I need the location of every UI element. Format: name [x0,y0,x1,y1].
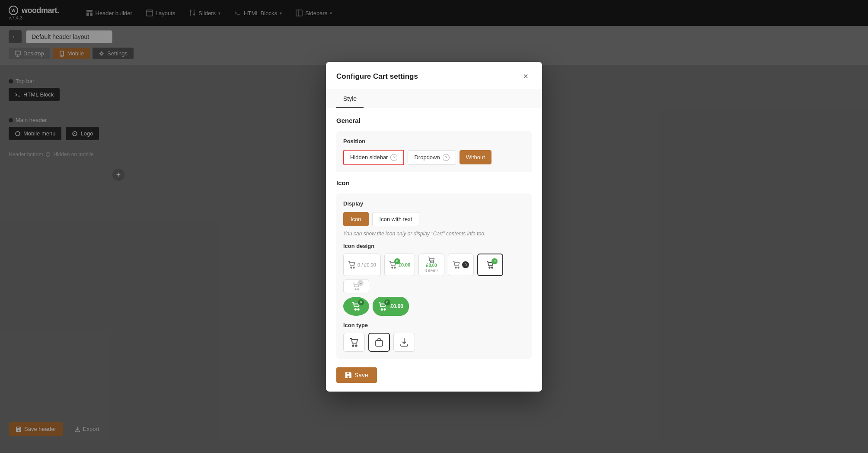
icon-type-cart-download[interactable] [393,333,415,352]
modal-tabs: Style [326,90,542,108]
hidden-sidebar-help-icon[interactable]: ? [390,154,397,161]
display-options: Icon Icon with text [343,212,525,226]
modal-overlay: Configure Cart settings × Style General … [0,0,868,453]
position-dropdown[interactable]: Dropdown ? [408,150,456,165]
cart-line-icon [428,257,435,263]
icon-design-opt-2[interactable]: 0 £0.00 [384,254,415,276]
modal-title: Configure Cart settings [336,72,418,81]
position-label: Position [343,138,525,145]
cart-bag-icon [374,337,384,347]
icon-design-row1: 0 / £0.00 0 £0.00 £0.00 0 item [343,254,525,293]
svg-point-39 [381,308,383,310]
svg-point-42 [355,345,357,347]
cart-download-icon [399,337,409,347]
selected-badge: 0 [491,258,498,264]
configure-cart-modal: Configure Cart settings × Style General … [326,62,542,392]
hidden-sidebar-label: Hidden sidebar [350,154,388,161]
icon-design-opt-7[interactable]: 0 [343,297,369,316]
cart-standard-icon [349,337,359,347]
cart-plain-icon [348,261,356,269]
svg-point-40 [384,308,385,310]
svg-point-33 [489,267,490,268]
modal-close-button[interactable]: × [520,71,532,83]
display-icon-btn[interactable]: Icon [343,212,369,226]
modal-header: Configure Cart settings × [326,62,542,90]
without-label: Without [466,154,485,161]
icon-design-opt-3[interactable]: £0.00 0 items [418,254,444,276]
dropdown-help-icon[interactable]: ? [443,154,450,161]
icon-card: Display Icon Icon with text You can show… [336,193,532,359]
badge-0: 0 [394,258,400,264]
svg-rect-43 [376,341,383,346]
icon-design-opt-6[interactable]: 0 [343,280,369,293]
icon-type-cart-bag[interactable] [368,333,390,352]
position-options: Hidden sidebar ? Dropdown ? Without [343,150,525,165]
icon-type-label: Icon type [343,322,525,328]
display-hint: You can show the icon only or display "C… [343,231,525,237]
display-icon-with-text-btn[interactable]: Icon with text [372,212,420,226]
cart-dark-badge-icon [453,261,460,269]
svg-point-27 [392,267,393,268]
save-btn-icon [345,372,352,379]
dark-badge: 0 [462,261,469,268]
position-card: Position Hidden sidebar ? Dropdown ? Wit… [336,131,532,172]
svg-point-41 [352,345,354,347]
style-tab[interactable]: Style [336,90,364,108]
modal-body: General Position Hidden sidebar ? Dropdo… [326,108,542,392]
svg-point-31 [455,267,456,268]
svg-point-25 [351,267,352,268]
icon-type-options [343,333,525,352]
modal-save-button[interactable]: Save [336,367,377,383]
icon-design-opt-5[interactable]: 0 [477,254,503,276]
svg-point-29 [430,261,431,263]
svg-point-37 [355,308,356,310]
svg-point-38 [357,308,359,310]
close-icon: × [523,71,528,81]
svg-point-36 [357,289,359,290]
svg-point-28 [394,267,396,268]
dropdown-label: Dropdown [414,154,440,161]
icon-design-opt-1[interactable]: 0 / £0.00 [343,254,381,276]
pill-badge: 0 [384,299,390,305]
display-label: Display [343,200,525,207]
light-badge: 0 [357,280,364,286]
icon-design-opt-4[interactable]: 0 [448,254,474,276]
green-filled-badge: 0 [358,299,364,305]
icon-design-row2: 0 0 £0.00 [343,297,525,316]
position-without[interactable]: Without [460,150,491,164]
icon-design-label: Icon design [343,243,525,249]
icon-design-opt-8[interactable]: 0 £0.00 [373,297,409,316]
svg-point-34 [491,267,493,268]
svg-point-32 [458,267,459,268]
position-hidden-sidebar[interactable]: Hidden sidebar ? [343,150,404,165]
svg-point-35 [355,289,356,290]
svg-point-26 [353,267,354,268]
general-section-title: General [336,117,532,124]
modal-save-label: Save [354,372,368,379]
icon-section-title: Icon [336,179,532,186]
svg-point-30 [433,261,434,263]
icon-type-cart-standard[interactable] [343,333,365,352]
